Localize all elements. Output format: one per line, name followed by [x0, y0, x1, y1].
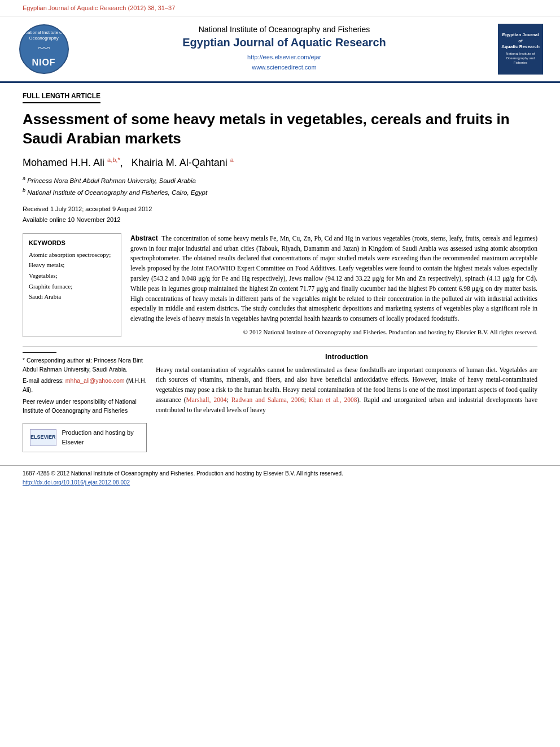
email-address[interactable]: mhha_ali@yahoo.com: [65, 377, 125, 384]
keyword-3: Vegetables;: [29, 272, 58, 279]
url1[interactable]: http://ees.elsevier.com/ejar: [247, 54, 321, 60]
available-date: Available online 10 November 2012: [23, 216, 120, 223]
elsevier-logo-text: ELSEVIER: [30, 434, 56, 442]
journal-urls: http://ees.elsevier.com/ejar www.science…: [76, 53, 492, 72]
footnote-line: [23, 352, 56, 353]
niof-logo: National Institute ofOceanography 〰 NIOF: [19, 24, 69, 74]
elsevier-box: ELSEVIER Production and hosting by Elsev…: [23, 423, 147, 452]
abstract-text: Abstract The concentration of some heavy…: [130, 233, 537, 324]
footnotes-col: * Corresponding author at: Princess Nora…: [23, 352, 147, 453]
article-title: Assessment of some heavy metals in veget…: [23, 110, 537, 148]
ref-marshall[interactable]: Marshall, 2004: [186, 396, 227, 403]
journal-title: Egyptian Journal of Aquatic Research: [76, 36, 492, 49]
journal-center: National Institute of Oceanography and F…: [76, 25, 492, 72]
top-bar: Egyptian Journal of Aquatic Research (20…: [0, 0, 560, 16]
email-line: E-mail address: mhha_ali@yahoo.com (M.H.…: [23, 376, 147, 395]
logo-left: National Institute ofOceanography 〰 NIOF: [17, 22, 71, 76]
wave-icon: 〰: [38, 42, 50, 55]
journal-header: National Institute ofOceanography 〰 NIOF…: [0, 16, 560, 83]
abstract-box: Abstract The concentration of some heavy…: [130, 233, 537, 337]
footer-text: 1687-4285 © 2012 National Institute of O…: [23, 469, 537, 478]
journal-citation: Egyptian Journal of Aquatic Research (20…: [23, 5, 175, 11]
corresponding-author: * Corresponding author at: Princess Nora…: [23, 356, 147, 374]
bottom-section: * Corresponding author at: Princess Nora…: [23, 352, 537, 453]
keyword-2: Heavy metals;: [29, 261, 64, 268]
ref-khan[interactable]: Khan et al., 2008: [309, 396, 357, 403]
niof-acronym: NIOF: [32, 58, 55, 68]
introduction-text: Heavy metal contamination of vegetables …: [156, 365, 537, 416]
keywords-list: Atomic absorption spectroscopy; Heavy me…: [29, 250, 115, 302]
dates: Received 1 July 2012; accepted 9 August …: [23, 204, 537, 225]
journal-small-title: Egyptian Journal ofAquatic Research: [500, 32, 541, 50]
keywords-box: KEYWORDS Atomic absorption spectroscopy;…: [23, 233, 121, 337]
doi-link[interactable]: http://dx.doi.org/10.1016/j.ejar.2012.08…: [23, 479, 130, 486]
keywords-abstract-section: KEYWORDS Atomic absorption spectroscopy;…: [23, 233, 537, 337]
keyword-1: Atomic absorption spectroscopy;: [29, 251, 111, 258]
elsevier-production-text: Production and hosting by Elsevier: [62, 428, 139, 447]
ref-radwan[interactable]: Radwan and Salama, 2006: [231, 396, 304, 403]
article-type: FULL LENGTH ARTICLE: [23, 92, 100, 103]
abstract-copyright: © 2012 National Institute of Oceanograph…: [130, 327, 537, 337]
keyword-4: Graphite furnace;: [29, 283, 72, 290]
peer-review-note: Peer review under responsibility of Nati…: [23, 397, 147, 416]
keywords-title: KEYWORDS: [29, 239, 115, 246]
main-content: FULL LENGTH ARTICLE Assessment of some h…: [0, 83, 560, 461]
authors: Mohamed H.H. Ali a,b,*, Khairia M. Al-Qa…: [23, 156, 537, 169]
logo-right: Egyptian Journal ofAquatic Research Nati…: [498, 24, 543, 75]
introduction-title: Introduction: [156, 352, 537, 361]
section-divider: [23, 346, 537, 347]
abstract-body: The concentration of some heavy metals F…: [130, 235, 537, 322]
introduction-col: Introduction Heavy metal contamination o…: [156, 352, 537, 453]
keyword-5: Saudi Arabia: [29, 293, 61, 300]
logo-right-subtitle: National Institute ofOceanography and Fi…: [500, 52, 541, 65]
received-date: Received 1 July 2012; accepted 9 August …: [23, 206, 152, 212]
email-label: E-mail address:: [23, 377, 65, 384]
affiliations: a Princess Nora Bint Abdul Rahman Univer…: [23, 174, 537, 199]
url2[interactable]: www.sciencedirect.com: [252, 64, 316, 71]
elsevier-logo: ELSEVIER: [30, 429, 56, 446]
page-footer: 1687-4285 © 2012 National Institute of O…: [0, 465, 560, 491]
abstract-label: Abstract: [130, 234, 158, 242]
institute-name: National Institute of Oceanography and F…: [76, 25, 492, 34]
